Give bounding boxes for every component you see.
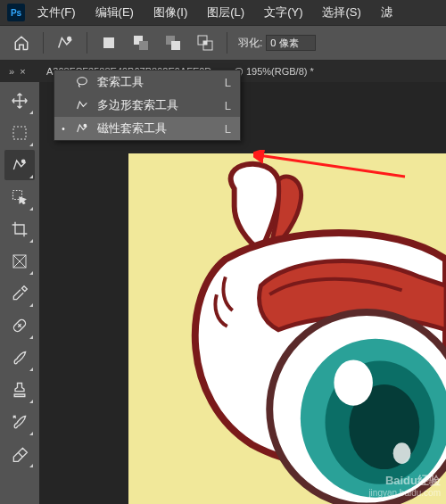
feather-label: 羽化: — [238, 36, 262, 51]
canvas-artwork — [128, 153, 446, 504]
svg-line-13 — [13, 255, 26, 268]
menu-layer[interactable]: 图层(L) — [200, 3, 252, 22]
workspace — [0, 82, 446, 504]
svg-rect-11 — [13, 191, 22, 200]
stamp-tool[interactable] — [4, 375, 35, 405]
frame-tool[interactable] — [4, 246, 35, 277]
feather-control: 羽化: — [238, 35, 316, 51]
flyout-item-lasso[interactable]: 套索工具 L — [54, 70, 240, 94]
history-brush-tool[interactable] — [4, 407, 35, 437]
flyout-label: 磁性套索工具 — [97, 120, 218, 136]
quick-select-tool[interactable] — [4, 182, 35, 212]
svg-point-23 — [334, 359, 373, 405]
magnetic-lasso-icon — [74, 121, 90, 136]
menu-select[interactable]: 选择(S) — [315, 3, 368, 22]
menu-image[interactable]: 图像(I) — [146, 3, 194, 22]
menu-type[interactable]: 文字(Y) — [257, 3, 310, 22]
crop-tool[interactable] — [4, 214, 35, 244]
svg-point-25 — [78, 78, 87, 85]
svg-point-26 — [84, 124, 87, 127]
close-panel-icon[interactable]: × — [20, 66, 25, 77]
application-menubar: Ps 文件(F) 编辑(E) 图像(I) 图层(L) 文字(Y) 选择(S) 滤 — [0, 0, 446, 25]
flyout-shortcut: L — [225, 76, 231, 89]
watermark-url: jingyan.baidu.com — [368, 488, 441, 499]
watermark: Baidu经验 jingyan.baidu.com — [368, 474, 441, 499]
flyout-shortcut: L — [225, 122, 231, 136]
flyout-item-poly-lasso[interactable]: 多边形套索工具 L — [54, 94, 240, 117]
lasso-tool-flyout: 套索工具 L 多边形套索工具 L • 磁性套索工具 L — [54, 70, 241, 141]
document-canvas[interactable] — [39, 82, 446, 504]
lasso-tool[interactable] — [4, 150, 35, 180]
svg-rect-12 — [13, 255, 26, 268]
app-logo: Ps — [7, 4, 25, 21]
menu-edit[interactable]: 编辑(E) — [88, 3, 141, 22]
eyedropper-tool[interactable] — [4, 278, 35, 309]
boolean-new-icon[interactable] — [98, 32, 120, 54]
chevron-right-icon: » — [9, 66, 14, 77]
svg-rect-1 — [103, 37, 114, 48]
menu-filter[interactable]: 滤 — [374, 3, 400, 22]
magnetic-lasso-icon[interactable] — [54, 32, 76, 54]
svg-point-24 — [393, 442, 411, 464]
move-tool[interactable] — [4, 86, 35, 116]
separator — [43, 32, 44, 54]
svg-point-0 — [68, 37, 71, 41]
home-icon[interactable] — [11, 32, 32, 54]
svg-rect-5 — [171, 41, 180, 50]
svg-line-16 — [18, 324, 21, 326]
boolean-add-icon[interactable] — [130, 32, 152, 54]
boolean-subtract-icon[interactable] — [162, 32, 184, 54]
feather-input[interactable] — [266, 35, 316, 51]
panel-collapse[interactable]: » × — [0, 66, 39, 77]
boolean-intersect-icon[interactable] — [194, 32, 216, 54]
brush-tool[interactable] — [4, 343, 35, 373]
watermark-brand: Baidu经验 — [368, 474, 441, 488]
flyout-item-magnetic-lasso[interactable]: • 磁性套索工具 L — [54, 117, 240, 140]
svg-rect-15 — [12, 318, 27, 333]
svg-rect-9 — [13, 127, 26, 139]
svg-line-18 — [18, 452, 22, 457]
polygon-lasso-icon — [74, 98, 90, 112]
svg-rect-3 — [139, 41, 148, 50]
svg-point-10 — [22, 160, 25, 162]
svg-rect-8 — [203, 41, 207, 45]
separator — [87, 32, 87, 54]
flyout-label: 套索工具 — [97, 74, 218, 90]
svg-line-14 — [13, 255, 26, 268]
flyout-label: 多边形套索工具 — [97, 97, 218, 113]
healing-tool[interactable] — [4, 310, 35, 341]
flyout-shortcut: L — [225, 99, 231, 112]
svg-line-17 — [18, 324, 21, 326]
marquee-tool[interactable] — [4, 118, 35, 148]
separator — [227, 32, 227, 54]
tools-panel — [0, 82, 39, 504]
flyout-selected-marker: • — [60, 124, 67, 134]
menu-file[interactable]: 文件(F) — [30, 3, 83, 22]
eraser-tool[interactable] — [4, 439, 35, 469]
lasso-icon — [74, 75, 90, 89]
options-bar: 羽化: — [0, 25, 446, 61]
